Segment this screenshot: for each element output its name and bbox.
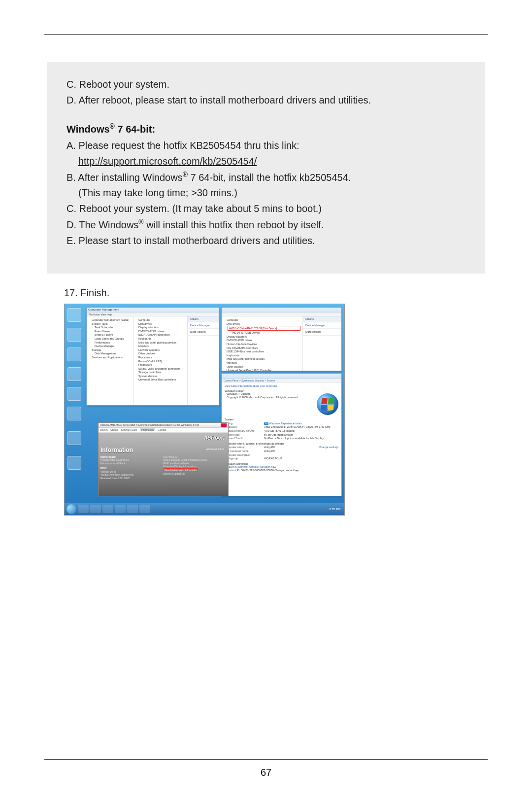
pen-k: Pen and Touch: (225, 437, 264, 440)
cname-h: Computer name, domain, and workgroup set… (225, 442, 338, 446)
taskbar-clock: 8:35 PM (330, 508, 342, 511)
sys-breadcrumb: Control Panel > System and Security > Sy… (222, 379, 341, 382)
desktop-icon (67, 308, 81, 322)
line-d: D. After reboot, please start to install… (66, 93, 466, 107)
cm-mid-tree: Computer Disk drives Display adapters DV… (133, 316, 188, 405)
cm-left-tree: Computer Management (Local) System Tools… (87, 316, 133, 405)
tree-item: Other devices (138, 352, 185, 355)
tree-item: Local Users and Groups (95, 337, 131, 341)
tree-item: Display adapters (227, 335, 300, 339)
b-pre: B. After installing Windows (66, 172, 183, 182)
rb-browse: Browse Support CD (164, 472, 227, 476)
actions-more: More Actions (303, 329, 341, 336)
view-mb-highlight: View Motherboard Information (164, 468, 199, 473)
tree-item: DVD/CD-ROM drives (227, 339, 300, 342)
heading-pre: Windows (66, 124, 110, 135)
tree-item: System devices (138, 375, 185, 378)
line-c: C. Reboot your system. (66, 77, 466, 92)
processor-v: AMD Eng Sample, 2D3701A8K44_35/25_2/8 3.… (264, 425, 331, 429)
act-line: 3 days to activate. Activate Windows now (227, 465, 338, 469)
sys-titlebar (222, 374, 341, 379)
d-pre: D. The Windows (66, 219, 138, 230)
dm-titlebar (222, 308, 341, 312)
rating-v: Windows Experience Index (269, 422, 302, 425)
cname-v: shing-PC (264, 446, 275, 449)
tab-drivers: Drivers (100, 428, 108, 431)
taskbar-item (115, 505, 126, 513)
tree-item: System Tools (92, 322, 131, 326)
tree-item: Monitors (138, 345, 185, 348)
tree-item: Universal Serial Bus (USB) Controller (227, 369, 300, 372)
actions-label: Actions (305, 317, 314, 321)
actions-sub: Device Manager (305, 324, 325, 327)
heading-post: 7 64-bit: (115, 124, 155, 135)
start-button-icon (66, 504, 76, 514)
tree-item: DVD/CD-ROM drives (138, 330, 185, 333)
tree-item: Computer (227, 318, 300, 322)
fname-v: shing-PC (264, 450, 275, 453)
tree-item: Mice and other pointing devices (227, 357, 300, 361)
actions-sub: Device Manager (190, 324, 210, 327)
info-tabs: Drivers Utilities Software Suite Informa… (99, 428, 228, 433)
desktop-icon (67, 387, 81, 401)
pid: Product ID: 00426-292-0000007-85830 Chan… (227, 469, 338, 472)
win64-e: E. Please start to install motherboard d… (66, 233, 466, 248)
act-h: Windows activation (225, 462, 338, 466)
page-number: 67 (44, 767, 488, 778)
desktop-icon (67, 407, 81, 420)
tree-item: Processors (138, 356, 185, 359)
taskbar-item (139, 505, 150, 513)
windows-logo-icon (317, 393, 338, 415)
processor-k: Processor: (225, 425, 264, 429)
bios-date: Released Date: 2011/07/01 (100, 477, 164, 480)
reg-symbol-3: ® (138, 218, 143, 226)
taskbar-item (127, 505, 138, 513)
dm-tree: Computer Disk drives AMD 1+0 Stripe/RAID… (222, 316, 303, 371)
taskbar: 8:35 PM (65, 503, 344, 515)
wg-k: Workgroup: (225, 457, 264, 460)
tree-item: IDE ATA/ATAPI controllers (138, 333, 185, 337)
tab-information: Information (140, 428, 155, 431)
tree-item: Display adapters (138, 326, 185, 329)
asrock-info-window: ASRock AMD AM3+ Series 980FX Extreme4 mo… (98, 422, 229, 496)
sys-system-h: System (225, 418, 338, 421)
b-post: 7 64-bit, install the hotfix kb2505454. (188, 172, 351, 182)
win64-c: C. Reboot your system. (It may take abou… (66, 201, 466, 216)
tree-item: Storage controllers (138, 371, 185, 374)
win64-b-note: (This may take long time; >30 mins.) (66, 185, 466, 200)
taskbar-item (90, 505, 101, 513)
tree-item: Computer Management (Local) (92, 318, 131, 322)
desktop-icon (67, 456, 81, 470)
desktop-icon (67, 431, 81, 445)
dm-menubar (222, 312, 341, 316)
systype-k: System type: (225, 433, 264, 437)
tree-item: HL-DT-ST USB Device (233, 331, 300, 335)
cm-menubar: File Action View Help (87, 312, 219, 316)
device-manager-window: Computer Disk drives AMD 1+0 Stripe/RAID… (221, 307, 342, 371)
taskbar-item (102, 505, 113, 513)
win64-a-link: http://support.microsoft.com/kb/2505454/ (66, 154, 466, 169)
dm-actions-pane: Actions (303, 316, 341, 322)
cm-titlebar: Computer Management (87, 308, 219, 312)
mb-mf: Manufacturer: ASRock (100, 462, 164, 465)
reg-symbol-2: ® (183, 171, 188, 178)
tree-item: Processors (138, 363, 185, 367)
tab-contact: Contact (158, 428, 166, 431)
screenshot-figure: Computer Management File Action View Hel… (64, 304, 345, 516)
tree-item: Shared Folders (95, 333, 131, 337)
hotfix-link[interactable]: http://support.microsoft.com/kb/2505454/ (78, 156, 257, 167)
actions-label: Actions (190, 317, 199, 321)
raid-highlight: AMD 1+0 Stripe/RAID 372.6G [Disk Device] (228, 326, 300, 331)
desc-k: Computer description: (225, 453, 264, 457)
tree-item: Disk Management (95, 352, 131, 355)
cm-actions-pane: Actions (188, 316, 219, 322)
win64-heading: Windows® 7 64-bit: (66, 122, 466, 135)
bottom-horizontal-rule (44, 759, 488, 760)
desktop-icon (67, 347, 81, 361)
sys-edition: Windows 7 Ultimate (227, 392, 315, 396)
ram-v: 4.00 GB (3.46 GB usable) (264, 429, 295, 433)
win64-a: A. Please request the hotfix KB2505454 t… (66, 138, 466, 153)
sys-edition-h: Windows edition (225, 389, 338, 393)
tree-item: Monitors (227, 361, 300, 365)
tree-item: Disk drives (227, 322, 300, 326)
